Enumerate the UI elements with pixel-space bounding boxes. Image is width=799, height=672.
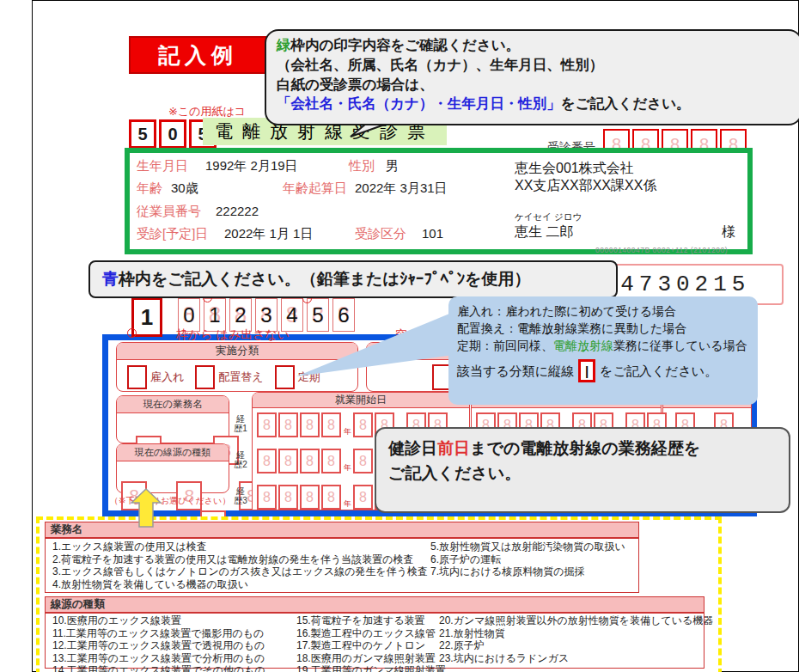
ghost-digit: 8	[306, 454, 314, 469]
exam-class-value: 101	[422, 226, 443, 241]
digit-cell[interactable]: 8	[353, 485, 373, 510]
digit-cell[interactable]: 8	[300, 449, 320, 473]
current-work-section: 現在の業務名 8 8	[116, 395, 229, 443]
digit-cell[interactable]: 8	[300, 485, 320, 510]
vertical-line-mark: |	[578, 359, 595, 382]
work-list-left-column: 1.エックス線装置の使用又は検査2.荷電粒子を加速する装置の使用又は電離放射線の…	[52, 541, 428, 590]
sample-circle-mark	[127, 328, 137, 338]
start-date-header: 就業開始日	[253, 393, 469, 408]
code-digit: 5	[129, 119, 156, 149]
example-badge: 記入例	[129, 36, 267, 74]
digit-cell[interactable]: 8	[257, 485, 277, 510]
list-item: 6.原子炉の運転	[430, 553, 625, 566]
exam-date-label: 受診[予定]日	[137, 226, 208, 242]
bubble-line-3: 白紙の受診票の場合は、	[277, 75, 790, 95]
blue-frame-instruction-bubble: 青枠内をご記入ください。（鉛筆またはｼｬｰﾌﾟﾍﾟﾝを使用）	[88, 260, 618, 298]
ghost-digit: 8	[327, 454, 335, 469]
digit-cell[interactable]: 8	[278, 412, 298, 437]
honorific: 様	[722, 223, 735, 241]
digit-cell[interactable]: 8	[278, 485, 298, 510]
list-item: 20.ガンマ線照射装置以外の放射性物質を装備している機器	[439, 614, 713, 627]
ghost-digit: 8	[327, 418, 335, 433]
digit-cell[interactable]: 8	[321, 412, 341, 437]
work-list-body: 1.エックス線装置の使用又は検査2.荷電粒子を加速する装置の使用又は電離放射線の…	[45, 538, 639, 593]
ghost-digit: 8	[263, 454, 271, 469]
history-row-label: 経歴1	[234, 414, 247, 433]
checkbox-box[interactable]	[195, 365, 215, 389]
printed-info-green-box: 生年月日 1992年 2月19日 性別 男 年齢 30歳 年齢起算日 2022年…	[125, 148, 753, 254]
source-list-column-1: 10.医療用のエックス線装置11.工業用等のエックス線装置で撮影用のもの12.工…	[52, 614, 265, 672]
ghost-digit: 8	[306, 490, 314, 505]
ghost-digit: 8	[284, 454, 292, 469]
sex-value: 男	[386, 158, 399, 174]
list-item: 18.医療用のガンマ線照射装置	[296, 652, 446, 665]
age-base-label: 年齢起算日	[283, 180, 347, 197]
list-item: 1.エックス線装置の使用又は検査	[52, 541, 428, 553]
bubble-line-1: 緑枠内の印字内容をご確認ください。	[277, 35, 790, 55]
date-unit-label: 年	[344, 426, 351, 437]
digit-cell[interactable]: 8	[257, 449, 277, 473]
green-frame-instruction-bubble: 緑枠内の印字内容をご確認ください。 （会社名、所属、氏名（カナ）、生年月日、性別…	[265, 29, 799, 125]
digit-cell[interactable]: 8	[353, 412, 373, 437]
checkbox-transfer[interactable]: 配置替え	[195, 365, 263, 389]
list-item: 10.医療用のエックス線装置	[52, 614, 265, 627]
source-list-column-2: 15.荷電粒子を加速する装置16.製造工程中のエックス線管17.製造工程中のケノ…	[296, 614, 446, 672]
digit-cell[interactable]: 8	[278, 449, 298, 473]
sex-label: 性別	[349, 158, 375, 174]
current-source-section: 現在の線源の種類 8 8 8 8	[116, 443, 229, 493]
digit-cell[interactable]: 8	[300, 412, 320, 437]
age-value: 30歳	[171, 180, 198, 197]
history-callout: 健診日前日までの電離放射線の業務経歴を ご記入ください。	[375, 427, 790, 513]
employee-no-value: 222222	[216, 204, 259, 218]
checkbox-hire[interactable]: 雇入れ	[127, 365, 184, 389]
sample-note-keep-inside: 枠から はみ出さない	[176, 327, 290, 343]
ghost-digit: 8	[263, 418, 271, 433]
patient-name: 恵生 二郎	[515, 223, 573, 241]
digit-cell[interactable]: 8	[353, 449, 373, 473]
digit-cell[interactable]: 8	[321, 449, 341, 473]
bubble-line-4: 「会社名・氏名（カナ）・生年月日・性別」をご記入ください。	[277, 94, 790, 113]
date-unit-label: 年	[344, 498, 351, 510]
up-arrow-icon	[131, 488, 162, 528]
micro-serial: 00000140047B 0002+112 (2101200)	[595, 246, 728, 254]
age-base-value: 2022年 3月31日	[355, 180, 448, 197]
list-item: 7.坑内における核原料物質の掘採	[430, 565, 625, 578]
age-label: 年齢	[137, 180, 162, 197]
callout-line-4: 該当する分類に縦線|をご記入ください。	[457, 359, 754, 382]
paper-note: ※この用紙はコ	[168, 104, 246, 119]
company-department: XX支店XX部XX課XX係	[515, 177, 656, 195]
exam-date-value: 2022年 1月 1日	[224, 226, 313, 242]
list-item: 19.工業用等のガンマ線照射装置	[296, 664, 446, 672]
callout-tail	[292, 308, 455, 381]
history-row-label: 経歴3	[234, 486, 247, 505]
callout-line-2: 配置換え：電離放射線業務に異動した場合	[457, 321, 754, 338]
callout-line-1: 雇入れ：雇われた際に初めて受ける場合	[457, 303, 754, 321]
list-item: 4.放射性物質を装備している機器の取扱い	[52, 578, 428, 591]
ghost-digit: 8	[359, 454, 367, 469]
list-item: 21.放射性物質	[439, 627, 713, 640]
list-item: 13.工業用等のエックス線装置で分析用のもの	[52, 652, 265, 665]
digit-cell[interactable]: 8	[321, 485, 341, 510]
current-work-title: 現在の業務名	[117, 396, 229, 413]
ghost-digit: 8	[284, 490, 292, 505]
current-source-title: 現在の線源の種類	[117, 444, 229, 461]
sample-digit: 1	[204, 299, 225, 331]
radiation-exam-form-example: 記入例 緑枠内の印字内容をご確認ください。 （会社名、所属、氏名（カナ）、生年月…	[0, 0, 799, 672]
company-name: 恵生会001株式会社	[515, 160, 634, 178]
code-digit: 0	[159, 119, 186, 149]
ghost-digit: 8	[306, 418, 314, 433]
ghost-digit: 8	[359, 418, 367, 433]
list-item: 11.工業用等のエックス線装置で撮影用のもの	[52, 627, 265, 640]
history-row-label: 経歴2	[234, 450, 247, 469]
bubble-line-2: （会社名、所属、氏名（カナ）、生年月日、性別）	[277, 55, 790, 75]
exam-class-label: 受診区分	[355, 226, 406, 242]
list-item: 3.エックス線管もしくはケノトロンのガス抜き又はエックス線の発生を伴う検査	[52, 565, 428, 578]
reference-lists-box: 業務名 1.エックス線装置の使用又は検査2.荷電粒子を加速する装置の使用又は電離…	[36, 516, 722, 672]
list-item: 14.工業用等のエックス線装置でその他のもの	[52, 664, 265, 672]
digit-cell[interactable]: 8	[257, 412, 277, 437]
list-item: 16.製造工程中のエックス線管	[296, 627, 446, 640]
classification-callout: 雇入れ：雇われた際に初めて受ける場合 配置換え：電離放射線業務に異動した場合 定…	[448, 296, 758, 405]
list-item: 22.原子炉	[439, 639, 713, 652]
sample-digit: 2	[230, 299, 251, 331]
checkbox-box[interactable]	[127, 365, 147, 389]
